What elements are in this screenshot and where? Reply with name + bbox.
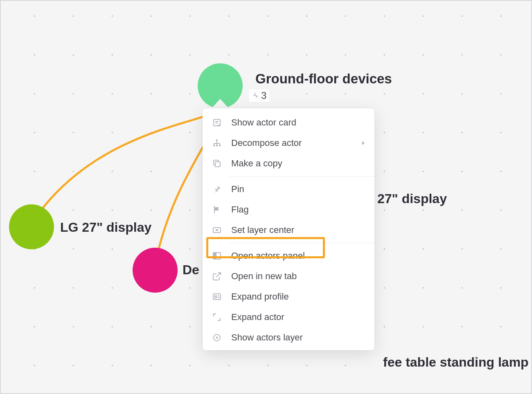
svg-point-19 (215, 296, 216, 297)
flag-icon (212, 204, 222, 215)
svg-point-7 (216, 139, 218, 141)
node-de[interactable] (133, 248, 178, 293)
hierarchy-icon (251, 90, 259, 101)
graph-canvas[interactable]: Ground-floor devices 3 LG 27" display De… (1, 1, 531, 393)
svg-point-10 (219, 145, 221, 146)
menu-item-pin[interactable]: Pin (203, 179, 374, 199)
menu-item-label: Decompose actor (231, 138, 302, 148)
svg-marker-11 (362, 141, 365, 145)
node-label-de: De (183, 262, 199, 278)
expand-icon (212, 312, 222, 322)
hierarchy-icon (212, 138, 222, 148)
svg-rect-16 (213, 253, 216, 259)
svg-point-0 (255, 93, 256, 94)
external-link-icon (212, 271, 222, 282)
menu-item-label: Show actor card (231, 117, 296, 128)
menu-item-expand-actor[interactable]: Expand actor (203, 307, 374, 327)
node-label-27-display-partial: 27" display (377, 191, 447, 206)
profile-card-icon (212, 291, 222, 302)
menu-item-open-new-tab[interactable]: Open in new tab (203, 266, 374, 287)
node-label-lg-display: LG 27" display (60, 220, 151, 235)
menu-item-label: Show actors layer (231, 332, 303, 343)
copy-icon (212, 158, 222, 169)
menu-item-label: Flag (231, 204, 249, 215)
menu-item-set-layer-center[interactable]: Set layer center (203, 220, 374, 240)
svg-point-23 (216, 337, 218, 339)
menu-item-show-actors-layer[interactable]: Show actors layer (203, 327, 374, 348)
menu-item-label: Pin (231, 184, 244, 195)
menu-item-expand-profile[interactable]: Expand profile (203, 287, 374, 307)
node-child-count-badge[interactable]: 3 (248, 89, 270, 103)
badge-count-value: 3 (261, 90, 266, 101)
menu-item-label: Expand profile (231, 291, 289, 302)
menu-divider (229, 243, 374, 243)
target-icon (212, 332, 222, 343)
center-icon (212, 225, 222, 235)
menu-item-label: Open actors panel (231, 251, 305, 261)
pin-icon (212, 184, 222, 195)
node-label-ground-floor: Ground-floor devices (255, 71, 392, 87)
menu-item-label: Open in new tab (231, 271, 297, 282)
panel-icon (212, 251, 222, 261)
context-menu: Show actor card Decompose actor Make a c… (203, 108, 374, 350)
svg-point-8 (213, 145, 215, 146)
svg-rect-14 (216, 229, 218, 231)
node-lg-display[interactable] (9, 204, 54, 249)
menu-divider (229, 176, 374, 177)
canvas-frame: Ground-floor devices 3 LG 27" display De… (0, 0, 532, 394)
svg-point-9 (216, 145, 218, 146)
card-icon (212, 117, 222, 128)
submenu-chevron-icon (361, 138, 365, 148)
menu-item-flag[interactable]: Flag (203, 199, 374, 220)
svg-line-17 (216, 273, 221, 277)
menu-item-decompose-actor[interactable]: Decompose actor (203, 133, 374, 153)
node-label-fee-partial: fee table standing lamp (383, 355, 529, 370)
menu-item-make-copy[interactable]: Make a copy (203, 153, 374, 174)
menu-item-show-actor-card[interactable]: Show actor card (203, 112, 374, 133)
svg-rect-18 (213, 294, 221, 300)
menu-item-label: Set layer center (231, 225, 294, 235)
menu-item-label: Expand actor (231, 312, 284, 322)
menu-item-label: Make a copy (231, 158, 282, 169)
svg-rect-12 (215, 162, 220, 167)
menu-item-open-actors-panel[interactable]: Open actors panel (203, 246, 374, 266)
node-ground-floor[interactable] (198, 63, 243, 108)
